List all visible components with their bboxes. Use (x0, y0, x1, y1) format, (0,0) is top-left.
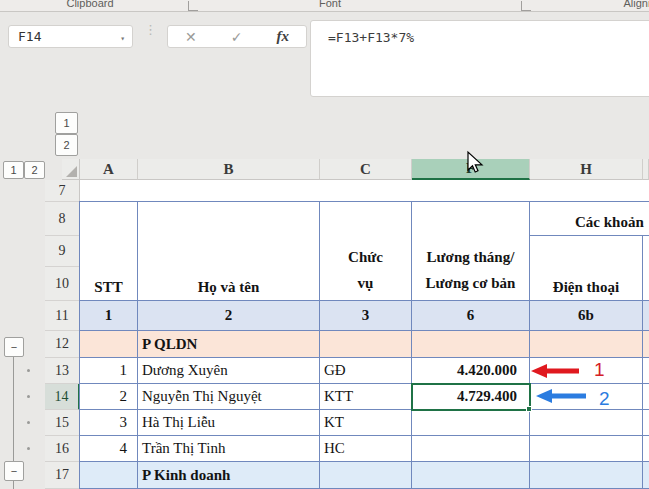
insert-function-icon[interactable]: fx (276, 28, 289, 45)
header-cell-name[interactable]: Họ và tên (138, 202, 320, 301)
formula-bar-input[interactable]: =F13+F13*7% (310, 20, 649, 97)
cell-h16[interactable] (530, 436, 643, 462)
cell-a14[interactable]: 2 (80, 384, 138, 410)
cell-c13[interactable]: GĐ (320, 358, 412, 384)
cancel-icon[interactable]: ✕ (185, 30, 197, 44)
header-cell-deductions[interactable]: Các khoản (530, 202, 649, 236)
cell-b15[interactable]: Hà Thị Liễu (138, 410, 320, 436)
index-cell-c[interactable]: 3 (320, 301, 412, 331)
cell-a15[interactable]: 3 (80, 410, 138, 436)
row-header-12[interactable]: 12 (45, 331, 80, 358)
ribbon-group-alignment: Alignment (608, 0, 649, 9)
cell-a13[interactable]: 1 (80, 358, 138, 384)
annotation-label-2: 2 (599, 388, 610, 410)
cell-c16[interactable]: HC (320, 436, 412, 462)
cell-partial[interactable] (643, 301, 649, 331)
cell-c14[interactable]: KTT (320, 384, 412, 410)
row-header-15[interactable]: 15 (45, 410, 80, 436)
formula-toolbar: ✕ ✓ fx (167, 25, 307, 48)
name-box[interactable]: F14 ▾ (8, 25, 133, 48)
cell-b17-group[interactable]: P Kinh doanh (138, 462, 320, 489)
header-cell-salary[interactable]: Lương tháng/ Lương cơ bản (412, 202, 530, 301)
blue-arrow-icon (536, 388, 588, 404)
red-arrow-icon (531, 363, 581, 379)
cell-b13[interactable]: Dương Xuyên (138, 358, 320, 384)
index-cell-h[interactable]: 6b (530, 301, 643, 331)
header-cell-stt[interactable]: STT (80, 202, 138, 301)
fill-handle[interactable] (526, 406, 532, 412)
cell-c15[interactable]: KT (320, 410, 412, 436)
outline-row-dot (27, 395, 30, 398)
column-outline-level-2-button[interactable]: 2 (55, 134, 78, 156)
cell-c17[interactable] (320, 462, 412, 489)
column-header-a[interactable]: A (80, 159, 138, 180)
column-header-h[interactable]: H (530, 159, 643, 180)
cell-partial[interactable] (643, 236, 649, 301)
cell-h17[interactable] (530, 462, 643, 489)
index-cell-a[interactable]: 1 (80, 301, 138, 331)
cell-f12[interactable] (412, 331, 530, 358)
select-all-button[interactable] (62, 159, 80, 180)
cell-b16[interactable]: Trần Thị Tinh (138, 436, 320, 462)
row-header-10[interactable]: 10 (45, 267, 80, 301)
select-all-triangle-icon (66, 166, 77, 177)
cell-partial[interactable] (643, 384, 649, 410)
header-cell-role[interactable]: Chức vụ (320, 202, 412, 301)
name-box-value: F14 (18, 29, 41, 44)
formula-bar-drag-handle[interactable]: ⋮ (144, 26, 154, 48)
outline-row-dot (27, 447, 30, 450)
outline-connector-line (13, 481, 14, 489)
row-header-9[interactable]: 9 (45, 236, 80, 267)
outline-connector-line (13, 357, 14, 461)
cell-f16[interactable] (412, 436, 530, 462)
cell-partial[interactable] (643, 331, 649, 358)
dialog-launcher-icon[interactable] (188, 1, 198, 11)
annotation-label-1: 1 (594, 359, 605, 381)
row-header-7[interactable]: 7 (45, 180, 80, 202)
cell-a17[interactable] (80, 462, 138, 489)
row-header-17[interactable]: 17 (45, 462, 80, 489)
column-header-partial[interactable] (643, 159, 649, 180)
cell-f17[interactable] (412, 462, 530, 489)
index-cell-b[interactable]: 2 (138, 301, 320, 331)
row-header-16[interactable]: 16 (45, 436, 80, 462)
cell-a12[interactable] (80, 331, 138, 358)
row-header-13[interactable]: 13 (45, 358, 80, 384)
cell-f13[interactable]: 4.420.000 (412, 358, 530, 384)
cell-partial[interactable] (643, 462, 649, 489)
row-header-11[interactable]: 11 (45, 301, 80, 331)
dialog-launcher-icon[interactable] (521, 1, 531, 11)
cell-partial[interactable] (643, 410, 649, 436)
cell-f15[interactable] (412, 410, 530, 436)
row-outline-level-1-button[interactable]: 1 (3, 161, 24, 179)
cell-a16[interactable]: 4 (80, 436, 138, 462)
cell-b12-group[interactable]: P QLDN (138, 331, 320, 358)
cell-partial[interactable] (643, 436, 649, 462)
cell-h15[interactable] (530, 410, 643, 436)
collapse-group-qldn-button[interactable]: − (4, 337, 24, 357)
outline-row-dot (27, 369, 30, 372)
mouse-cursor-icon (464, 150, 486, 175)
cell-partial[interactable] (643, 358, 649, 384)
column-header-b[interactable]: B (138, 159, 320, 180)
collapse-group-kinhdoanh-button[interactable]: − (4, 461, 24, 481)
row-header-14-active[interactable]: 14 (45, 384, 80, 410)
row-outline-level-2-button[interactable]: 2 (24, 161, 45, 179)
index-cell-f[interactable]: 6 (412, 301, 530, 331)
ribbon-strip: Clipboard Font Alignment (0, 0, 649, 12)
column-outline-level-1-button[interactable]: 1 (55, 112, 78, 134)
enter-icon[interactable]: ✓ (231, 30, 243, 44)
row-header-8[interactable]: 8 (45, 202, 80, 236)
ribbon-group-clipboard: Clipboard (55, 0, 125, 9)
header-cell-phone[interactable]: Điện thoại (530, 236, 643, 301)
active-cell-selection-border (411, 383, 531, 411)
column-header-c[interactable]: C (320, 159, 412, 180)
cell-h12[interactable] (530, 331, 643, 358)
excel-window: Clipboard Font Alignment F14 ▾ ⋮ ✕ ✓ fx … (0, 0, 649, 489)
chevron-down-icon[interactable]: ▾ (120, 35, 125, 43)
outline-row-dot (27, 421, 30, 424)
cell-c12[interactable] (320, 331, 412, 358)
cell-b14[interactable]: Nguyễn Thị Nguyệt (138, 384, 320, 410)
ribbon-group-font: Font (300, 0, 360, 9)
